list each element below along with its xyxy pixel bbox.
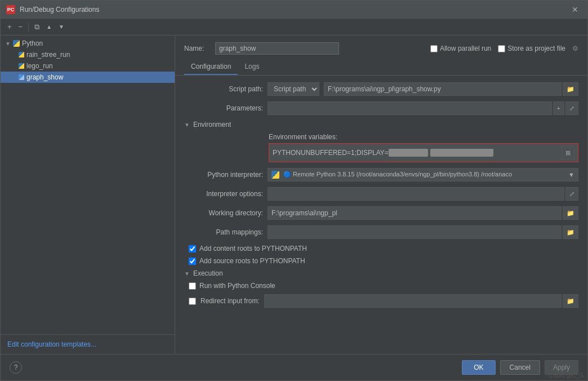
title-bar: PC Run/Debug Configurations ✕	[1, 1, 587, 19]
run-python-console-checkbox[interactable]	[189, 282, 196, 290]
store-as-project-label: Store as project file	[498, 45, 565, 52]
right-panel: Name: Allow parallel run Store as projec…	[175, 36, 587, 354]
redirect-input-row: Redirect input from: 📁	[189, 294, 578, 308]
path-mappings-input-group: 📁	[268, 225, 578, 239]
redirect-input-checkbox[interactable]	[189, 298, 196, 305]
parameters-input[interactable]	[268, 101, 552, 115]
app-icon: PC	[6, 5, 15, 14]
working-directory-browse-button[interactable]: 📁	[563, 206, 578, 220]
remove-config-button[interactable]: −	[16, 21, 25, 32]
parameters-expand-button[interactable]: ⤢	[565, 101, 578, 115]
name-input[interactable]	[215, 42, 339, 55]
working-directory-input-group: 📁	[268, 206, 578, 220]
interpreter-options-expand-button[interactable]: ⤢	[565, 187, 578, 201]
tree-label-rain: rain_stree_run	[26, 51, 70, 59]
title-bar-left: PC Run/Debug Configurations	[6, 5, 99, 14]
add-content-roots-label: Add content roots to PYTHONPATH	[199, 245, 307, 252]
copy-config-button[interactable]: ⧉	[32, 21, 42, 33]
interpreter-python-icon	[271, 171, 279, 179]
run-python-console-row: Run with Python Console	[189, 282, 578, 290]
interpreter-options-input-group: ⤢	[268, 187, 578, 201]
interpreter-value: 🔵 Remote Python 3.8.15 (/root/anaconda3/…	[283, 171, 512, 178]
python-interpreter-row: Python interpreter: 🔵 Remote Python 3.8.…	[184, 168, 578, 181]
tree-item-lego-run[interactable]: lego_run	[1, 60, 175, 72]
py-icon-graph	[19, 74, 24, 80]
py-icon-rain	[19, 52, 24, 57]
working-directory-input[interactable]	[268, 206, 562, 220]
edit-templates-section: Edit configuration templates...	[1, 334, 175, 354]
tree-label-lego: lego_run	[26, 62, 53, 70]
tree-item-graph-show[interactable]: graph_show	[1, 72, 175, 83]
move-up-button[interactable]: ▲	[44, 23, 54, 31]
env-collapse-icon[interactable]: ▼	[184, 122, 190, 128]
env-variables-box: PYTHONUNBUFFERED=1;DISPLAY=████████████ …	[269, 143, 578, 162]
add-content-roots-checkbox[interactable]	[189, 245, 196, 252]
cancel-button[interactable]: Cancel	[500, 360, 540, 375]
run-python-console-label: Run with Python Console	[199, 282, 275, 290]
toolbar: + − ⧉ ▲ ▼	[1, 19, 587, 36]
name-row: Name: Allow parallel run Store as projec…	[175, 36, 587, 59]
collapse-arrow-icon: ▼	[5, 41, 11, 47]
store-as-project-checkbox[interactable]	[498, 45, 505, 52]
form-area: Script path: Script path 📁 Parameters: +	[175, 76, 587, 354]
allow-parallel-label: Allow parallel run	[430, 45, 491, 52]
toolbar-separator	[28, 23, 29, 32]
tree-item-rain-stree-run[interactable]: rain_stree_run	[1, 49, 175, 60]
parameters-input-group: + ⤢	[268, 101, 578, 115]
path-mappings-browse-button[interactable]: 📁	[563, 225, 578, 239]
env-variables-label-row: Environment variables:	[269, 133, 578, 141]
gear-icon[interactable]: ⚙	[572, 45, 578, 52]
main-content: ▼ Python rain_stree_run lego_run gr	[1, 36, 587, 354]
python-icon	[13, 40, 20, 47]
script-path-input-group: 📁	[324, 82, 578, 96]
path-mappings-input[interactable]	[268, 225, 562, 239]
add-content-roots-row: Add content roots to PYTHONPATH	[189, 245, 578, 252]
script-path-input[interactable]	[324, 82, 562, 96]
py-icon-lego	[19, 63, 24, 69]
working-directory-label: Working directory:	[184, 209, 263, 217]
run-debug-dialog: PC Run/Debug Configurations ✕ + − ⧉ ▲ ▼ …	[0, 0, 588, 381]
interpreter-options-label: Interpreter options:	[184, 190, 263, 198]
name-options: Allow parallel run Store as project file…	[430, 45, 578, 52]
help-button[interactable]: ?	[10, 361, 22, 374]
watermark: CSDN @C_G	[549, 373, 583, 379]
interpreter-dropdown-icon: ▼	[568, 171, 574, 178]
redirect-input-field[interactable]	[264, 294, 562, 308]
config-tree: ▼ Python rain_stree_run lego_run gr	[1, 36, 175, 334]
parameters-add-button[interactable]: +	[553, 101, 564, 115]
ok-button[interactable]: OK	[462, 360, 495, 375]
environment-section-header: ▼ Environment	[184, 121, 578, 129]
redirect-input-group: 📁	[264, 294, 578, 308]
parameters-label: Parameters:	[184, 104, 263, 112]
script-path-browse-button[interactable]: 📁	[563, 82, 578, 96]
tab-configuration[interactable]: Configuration	[184, 59, 238, 75]
tree-root-label: Python	[22, 39, 43, 47]
allow-parallel-checkbox[interactable]	[430, 45, 438, 52]
path-mappings-row: Path mappings: 📁	[184, 225, 578, 239]
interpreter-options-row: Interpreter options: ⤢	[184, 187, 578, 201]
add-source-roots-checkbox[interactable]	[189, 258, 196, 265]
bottom-bar: ? OK Cancel Apply	[1, 354, 587, 380]
parameters-row: Parameters: + ⤢	[184, 101, 578, 115]
script-path-dropdown[interactable]: Script path	[268, 82, 319, 96]
path-mappings-label: Path mappings:	[184, 228, 263, 236]
execution-collapse-icon[interactable]: ▼	[184, 271, 190, 277]
dialog-title: Run/Debug Configurations	[20, 6, 99, 14]
redirect-input-browse-button[interactable]: 📁	[563, 294, 578, 308]
edit-templates-link[interactable]: Edit configuration templates...	[7, 340, 96, 348]
execution-section-header: ▼ Execution	[184, 269, 578, 277]
bottom-left: ?	[10, 361, 22, 374]
script-path-label: Script path:	[184, 85, 263, 93]
tree-python-root[interactable]: ▼ Python	[1, 38, 175, 49]
close-button[interactable]: ✕	[568, 4, 582, 15]
tabs-row: Configuration Logs	[175, 59, 587, 76]
env-variables-edit-button[interactable]: ⊞	[562, 146, 574, 160]
tab-logs[interactable]: Logs	[238, 59, 266, 75]
add-config-button[interactable]: +	[5, 21, 14, 32]
execution-section-label: Execution	[193, 269, 223, 277]
script-path-row: Script path: Script path 📁	[184, 82, 578, 96]
interpreter-options-input[interactable]	[268, 187, 564, 201]
interpreter-select[interactable]: 🔵 Remote Python 3.8.15 (/root/anaconda3/…	[268, 168, 578, 181]
env-variables-value: PYTHONUNBUFFERED=1;DISPLAY=████████████	[273, 149, 562, 157]
move-down-button[interactable]: ▼	[56, 23, 66, 31]
